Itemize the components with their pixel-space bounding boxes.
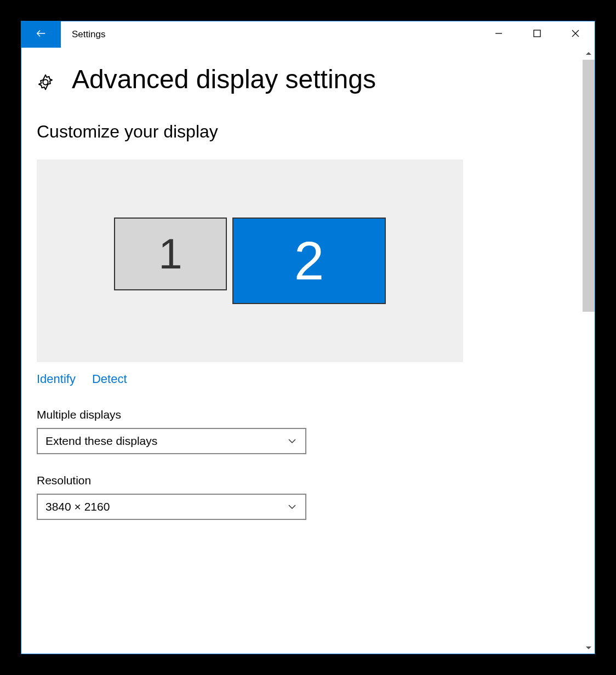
resolution-value: 3840 × 2160 xyxy=(45,500,287,513)
page-header: Advanced display settings xyxy=(37,64,567,94)
page-title: Advanced display settings xyxy=(72,64,376,94)
maximize-icon xyxy=(533,29,541,40)
monitor-2-label: 2 xyxy=(294,230,324,292)
settings-window: Settings xyxy=(21,21,595,654)
multiple-displays-label: Multiple displays xyxy=(37,408,567,421)
content-area: Advanced display settings Customize your… xyxy=(21,48,583,654)
multiple-displays-dropdown[interactable]: Extend these displays xyxy=(37,428,306,454)
scroll-down-button[interactable] xyxy=(583,642,595,654)
window-controls xyxy=(480,21,595,48)
monitor-2[interactable]: 2 xyxy=(232,218,386,304)
section-title-customize: Customize your display xyxy=(37,122,567,142)
maximize-button[interactable] xyxy=(518,21,556,48)
chevron-up-icon xyxy=(586,49,591,59)
resolution-label: Resolution xyxy=(37,474,567,487)
scroll-up-button[interactable] xyxy=(583,48,595,60)
identify-link[interactable]: Identify xyxy=(37,372,76,386)
monitors-container: 1 2 xyxy=(114,218,386,304)
titlebar: Settings xyxy=(21,21,595,48)
monitor-1-label: 1 xyxy=(158,229,182,279)
chevron-down-icon xyxy=(287,436,298,447)
detect-link[interactable]: Detect xyxy=(92,372,127,386)
multiple-displays-value: Extend these displays xyxy=(45,434,287,448)
close-button[interactable] xyxy=(556,21,595,48)
minimize-button[interactable] xyxy=(480,21,518,48)
monitor-1[interactable]: 1 xyxy=(114,218,227,290)
back-button[interactable] xyxy=(21,21,61,48)
window-title: Settings xyxy=(72,29,105,40)
content-wrapper: Advanced display settings Customize your… xyxy=(21,48,595,654)
chevron-down-icon xyxy=(287,501,298,512)
arrow-left-icon xyxy=(35,27,47,42)
chevron-down-icon xyxy=(586,643,591,653)
gear-icon xyxy=(37,73,54,91)
svg-point-1 xyxy=(43,79,48,84)
close-icon xyxy=(571,29,580,40)
display-arrangement-area[interactable]: 1 2 xyxy=(37,159,463,362)
minimize-icon xyxy=(494,29,503,40)
vertical-scrollbar[interactable] xyxy=(583,48,595,654)
scroll-thumb[interactable] xyxy=(583,60,595,312)
multiple-displays-group: Multiple displays Extend these displays xyxy=(37,408,567,454)
resolution-group: Resolution 3840 × 2160 xyxy=(37,474,567,520)
svg-rect-0 xyxy=(534,30,540,37)
resolution-dropdown[interactable]: 3840 × 2160 xyxy=(37,494,306,520)
display-links: Identify Detect xyxy=(37,372,567,386)
